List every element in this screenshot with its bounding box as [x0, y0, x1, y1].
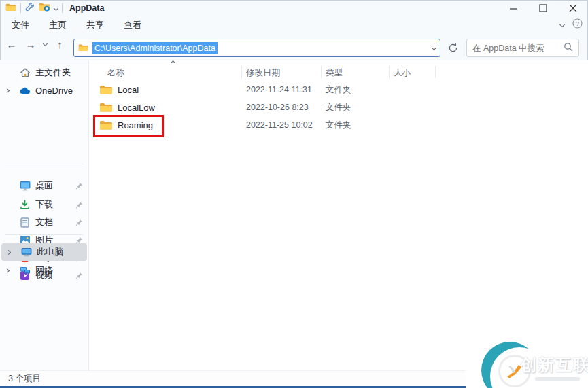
expand-chevron-icon[interactable]	[5, 249, 10, 254]
sidebar-item-desktop[interactable]: 桌面	[0, 177, 88, 194]
file-name: Local	[118, 85, 139, 95]
sidebar-item-documents[interactable]: 文档	[0, 213, 88, 231]
file-name: LocalLow	[118, 103, 155, 113]
pin-icon	[75, 236, 83, 243]
collapse-ribbon-chevron-icon[interactable]	[559, 22, 565, 27]
divider[interactable]	[389, 66, 390, 78]
file-row-local[interactable]: Local 2022-11-24 11:31 文件夹	[95, 81, 473, 99]
new-folder-button[interactable]	[39, 2, 50, 14]
tab-file[interactable]: 文件	[3, 17, 37, 33]
recent-locations-chevron-icon[interactable]	[43, 41, 48, 46]
navigation-toolbar: ← → ↑ C:\Users\Administrator\AppData	[0, 33, 588, 60]
item-count: 3 个项目	[8, 373, 41, 385]
svg-text:?: ?	[576, 20, 579, 27]
file-date: 2022-11-24 11:31	[241, 85, 321, 94]
maximize-button[interactable]	[528, 0, 558, 16]
sidebar-item-network[interactable]: 网络	[0, 262, 88, 279]
back-button[interactable]: ←	[5, 39, 18, 50]
refresh-button[interactable]	[445, 40, 460, 55]
divider	[5, 164, 83, 164]
folder-icon	[99, 84, 113, 95]
customize-qat-chevron-icon[interactable]	[54, 5, 58, 10]
watermark: 创新互联	[466, 336, 588, 388]
sidebar-item-this-pc[interactable]: 此电脑	[1, 243, 87, 261]
minimize-button[interactable]	[498, 0, 528, 16]
tab-view[interactable]: 查看	[116, 17, 150, 33]
watermark-text: 创新互联	[520, 354, 588, 376]
divider	[62, 3, 63, 13]
network-icon	[19, 265, 31, 277]
address-path-selected-text[interactable]: C:\Users\Administrator\AppData	[92, 42, 218, 54]
title-bar: AppData	[0, 0, 588, 16]
file-type: 文件夹	[321, 84, 389, 96]
divider	[5, 234, 83, 235]
file-type: 文件夹	[321, 120, 389, 131]
quick-access-toolbar: AppData	[0, 2, 104, 14]
sort-ascending-icon	[171, 60, 175, 65]
this-pc-icon	[20, 247, 32, 258]
folder-icon	[99, 102, 113, 113]
divider[interactable]	[241, 66, 242, 78]
document-icon	[19, 217, 31, 228]
divider	[20, 3, 21, 13]
tab-home[interactable]: 主页	[41, 17, 75, 33]
address-bar[interactable]: C:\Users\Administrator\AppData	[73, 39, 440, 57]
roaming-highlight-annotation	[93, 115, 164, 137]
window-title: AppData	[69, 3, 104, 13]
column-headers: 名称 修改日期 类型 大小	[95, 65, 473, 81]
sidebar-item-label: 下载	[35, 198, 53, 211]
divider[interactable]	[435, 66, 436, 78]
sidebar-item-home[interactable]: 主文件夹	[0, 64, 88, 82]
sidebar-item-label: 桌面	[35, 179, 53, 192]
onedrive-cloud-icon	[19, 85, 31, 96]
pin-icon	[75, 200, 83, 208]
search-box	[466, 39, 579, 57]
file-date: 2022-10-26 8:23	[241, 103, 321, 112]
folder-icon	[5, 2, 16, 14]
sidebar-item-label: OneDrive	[35, 86, 73, 96]
divider[interactable]	[321, 66, 322, 78]
pin-icon	[75, 181, 83, 189]
navigation-pane: 主文件夹 OneDrive 桌面 下载	[0, 60, 88, 370]
address-dropdown-chevron-icon[interactable]	[432, 46, 436, 50]
sidebar-item-downloads[interactable]: 下载	[0, 196, 88, 213]
sidebar-item-label: 文档	[35, 216, 53, 228]
sidebar-item-label: 网络	[35, 264, 53, 277]
column-header-size[interactable]: 大小	[394, 67, 411, 79]
file-list-pane: 名称 修改日期 类型 大小 Local 2022-11-24 11:31 文件夹…	[89, 60, 588, 370]
expand-chevron-icon[interactable]	[4, 268, 9, 272]
sidebar-item-label: 主文件夹	[35, 67, 71, 79]
forward-button[interactable]: →	[24, 39, 37, 50]
desktop-icon	[19, 180, 31, 192]
sidebar-item-onedrive[interactable]: OneDrive	[0, 82, 88, 99]
search-input[interactable]	[472, 43, 564, 53]
file-row-locallow[interactable]: LocalLow 2022-10-26 8:23 文件夹	[95, 99, 473, 116]
column-header-type[interactable]: 类型	[326, 67, 343, 79]
help-icon[interactable]: ?	[572, 18, 583, 31]
window-controls	[498, 0, 588, 16]
properties-button[interactable]	[25, 2, 35, 14]
file-date: 2022-11-25 10:02	[241, 120, 321, 130]
column-header-date[interactable]: 修改日期	[246, 67, 280, 79]
file-type: 文件夹	[321, 102, 389, 113]
expand-chevron-icon[interactable]	[4, 88, 9, 92]
pin-icon	[75, 218, 83, 226]
download-icon	[19, 199, 31, 211]
address-folder-icon	[78, 42, 88, 54]
explorer-window: AppData 文件 主页 共享 查看 ? ←	[0, 0, 588, 388]
up-button[interactable]: ↑	[54, 39, 66, 50]
tab-share[interactable]: 共享	[78, 17, 112, 33]
column-header-name[interactable]: 名称	[107, 67, 124, 79]
home-icon	[19, 67, 31, 79]
ribbon-tabs: 文件 主页 共享 查看 ?	[0, 16, 588, 33]
sidebar-item-label: 此电脑	[37, 246, 63, 258]
close-button[interactable]	[558, 0, 588, 16]
watermark-subtext-bar	[535, 377, 580, 381]
search-icon[interactable]	[564, 42, 573, 54]
